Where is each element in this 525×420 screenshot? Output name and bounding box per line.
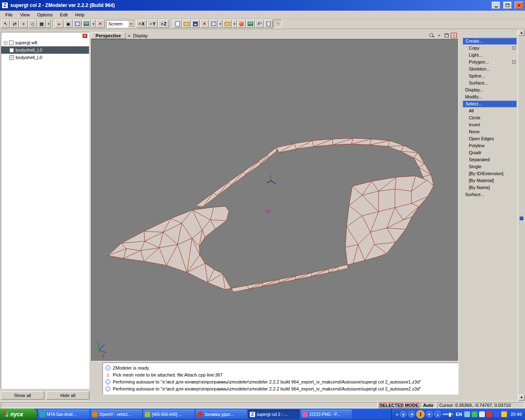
- maximize-viewport-icon[interactable]: [443, 33, 450, 38]
- log-window-button[interactable]: [264, 20, 273, 28]
- tray-icon[interactable]: [494, 411, 500, 417]
- combo-dropdown-icon[interactable]: ▾: [128, 21, 134, 27]
- import-dropdown-icon[interactable]: ▾: [232, 20, 237, 28]
- tool-dropdown-icon[interactable]: ▾: [46, 20, 51, 28]
- media-pause-button[interactable]: ∥: [416, 410, 425, 418]
- command-skeleton[interactable]: Skeleton...: [463, 66, 517, 73]
- command-select-circle[interactable]: Circle: [463, 114, 517, 121]
- command-select-none[interactable]: None: [463, 128, 517, 135]
- save-file-button[interactable]: [191, 20, 200, 28]
- command-select-invert[interactable]: Invert: [463, 121, 517, 128]
- perspective-button[interactable]: Perspective: [91, 32, 126, 39]
- task-zmodeler[interactable]: Zsupergt col 2 - ...: [248, 410, 299, 419]
- flag-tool-button[interactable]: ▸: [55, 20, 64, 28]
- tray-icon[interactable]: [479, 411, 485, 417]
- command-surface-create[interactable]: Surface...: [463, 80, 517, 87]
- tray-chevron-icon[interactable]: «: [396, 412, 398, 417]
- car-wireframe-model[interactable]: [108, 138, 434, 292]
- command-create[interactable]: Create...: [463, 38, 517, 45]
- panel-scrollbar[interactable]: ▲ ▼: [518, 29, 525, 401]
- visibility-checkbox[interactable]: [9, 41, 14, 45]
- axis-x-button[interactable]: ×X: [136, 20, 147, 28]
- task-mta[interactable]: MTA San Andr...: [38, 410, 89, 419]
- display-back-arrow[interactable]: <: [128, 33, 130, 38]
- export-dropdown-icon[interactable]: ▾: [218, 20, 223, 28]
- display-label[interactable]: Display: [133, 33, 148, 38]
- command-select-quadr[interactable]: Quadr: [463, 149, 517, 156]
- expander-icon[interactable]: +: [4, 41, 7, 45]
- start-button[interactable]: пуск: [0, 409, 37, 420]
- close-view-button[interactable]: ×: [96, 20, 105, 28]
- monitor-tool-button[interactable]: [82, 20, 91, 28]
- option-box-icon[interactable]: [512, 60, 516, 64]
- material-editor-button[interactable]: [237, 20, 246, 28]
- task-openiv[interactable]: OpenIV - vehicl...: [91, 410, 142, 419]
- tray-icon[interactable]: [464, 411, 470, 417]
- command-copy[interactable]: Copy: [463, 45, 517, 52]
- target-tool-button[interactable]: ◉: [64, 20, 73, 28]
- scroll-down-button[interactable]: ▼: [518, 395, 525, 401]
- close-button[interactable]: ×: [515, 2, 523, 9]
- undo-button[interactable]: ↶: [255, 20, 264, 28]
- tree-row-root[interactable]: + supergt.wft: [1, 39, 89, 46]
- menu-options[interactable]: Options: [33, 11, 56, 18]
- screen-mode-combo[interactable]: Screen ▾: [106, 20, 135, 27]
- command-select-open-edges[interactable]: Open Edges: [463, 135, 517, 142]
- select-tool-button[interactable]: ↖: [1, 20, 10, 28]
- option-box-icon[interactable]: [512, 46, 516, 50]
- volume-slider[interactable]: [443, 413, 453, 415]
- show-all-button[interactable]: Show all: [1, 391, 44, 399]
- scene-tree[interactable]: × + supergt.wft bodyshell_L0 ✓ bodyshell…: [1, 32, 89, 389]
- vertex-tool-button[interactable]: ◇: [28, 20, 37, 28]
- hide-all-button[interactable]: Hide all: [46, 391, 90, 399]
- texture-browser-button[interactable]: [246, 20, 255, 28]
- menu-file[interactable]: File: [2, 11, 16, 18]
- command-select-by-id[interactable]: [By ID/Extension]: [463, 170, 517, 177]
- command-surface[interactable]: Surface...: [463, 191, 517, 198]
- move-tool-button[interactable]: +: [19, 20, 28, 28]
- maximize-button[interactable]: [503, 2, 512, 9]
- open-file-button[interactable]: [182, 20, 191, 28]
- command-select-separated[interactable]: Separated: [463, 156, 517, 163]
- command-spline[interactable]: Spline...: [463, 73, 517, 80]
- auto-badge[interactable]: Auto: [420, 402, 436, 408]
- perspective-viewport[interactable]: Z: [91, 39, 459, 361]
- log-messages[interactable]: i ZModeler is ready. ! Pick mesh node to…: [103, 363, 459, 395]
- axis-y-button[interactable]: ×Y: [147, 20, 158, 28]
- command-light[interactable]: Light...: [463, 52, 517, 59]
- import-button[interactable]: [223, 20, 232, 28]
- command-select-by-name[interactable]: [By Name]: [463, 184, 517, 191]
- tray-icon[interactable]: [486, 411, 492, 417]
- viewport-menu-icon[interactable]: ×: [451, 33, 457, 38]
- tray-icon[interactable]: [472, 411, 477, 417]
- menu-edit[interactable]: Edit: [56, 11, 71, 18]
- scroll-up-button[interactable]: ▲: [518, 30, 525, 36]
- minimize-button[interactable]: [492, 2, 500, 9]
- command-select-all[interactable]: All: [463, 107, 517, 114]
- tray-icon[interactable]: [501, 411, 507, 417]
- export-button[interactable]: [209, 20, 218, 28]
- scroll-thumb[interactable]: [520, 217, 523, 220]
- media-prev-button[interactable]: ◀: [408, 411, 415, 418]
- media-next-button[interactable]: ▶: [426, 411, 433, 418]
- axis-z-button[interactable]: ×Z: [158, 20, 169, 28]
- redo-button[interactable]: ↷: [273, 20, 282, 28]
- panel-close-icon[interactable]: ×: [82, 34, 87, 38]
- new-file-button[interactable]: [173, 20, 182, 28]
- grid-tool-button[interactable]: ▦: [37, 20, 46, 28]
- view-dropdown-icon[interactable]: ▾: [91, 20, 96, 28]
- visibility-checkbox[interactable]: ✓: [9, 55, 14, 60]
- zoom-icon[interactable]: [429, 33, 435, 38]
- pan-icon[interactable]: +: [436, 33, 442, 38]
- tree-row-bodyshell-2[interactable]: ✓ bodyshell_L0: [1, 54, 89, 61]
- task-paint[interactable]: 22222.PNG - P...: [301, 410, 352, 419]
- attach-tool-button[interactable]: ⇄: [10, 20, 19, 28]
- tree-row-bodyshell-1[interactable]: bodyshell_L0: [1, 46, 89, 54]
- command-display[interactable]: Display...: [463, 87, 517, 94]
- command-select-single[interactable]: Single: [463, 163, 517, 170]
- menu-view[interactable]: View: [16, 11, 34, 18]
- delete-button[interactable]: ×: [200, 20, 209, 28]
- command-modify[interactable]: Modify...: [463, 94, 517, 100]
- command-polygon[interactable]: Polygon...: [463, 59, 517, 66]
- media-eject-button[interactable]: ▲: [434, 411, 441, 418]
